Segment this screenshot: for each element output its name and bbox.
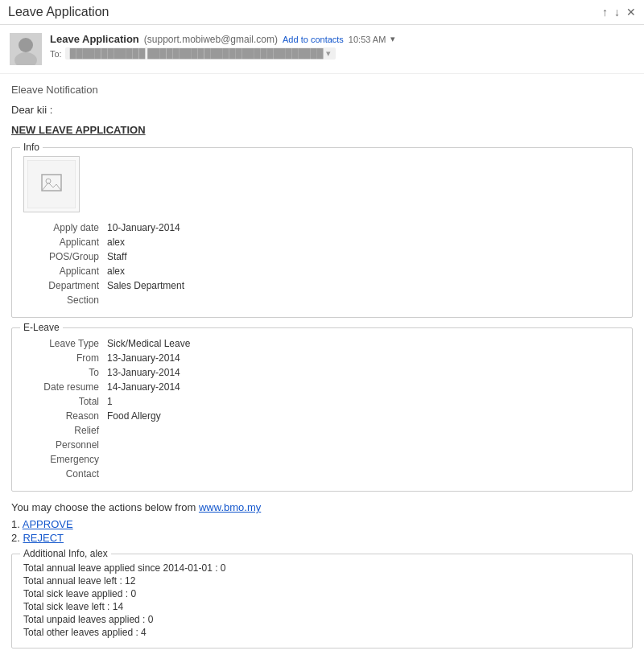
table-row: Section — [25, 294, 619, 307]
section-value — [107, 294, 619, 307]
leave-type-label: Leave Type — [25, 338, 105, 351]
approve-link[interactable]: APPROVE — [23, 518, 73, 530]
list-item: Total sick leave left : 14 — [23, 601, 621, 612]
total-label: Total — [25, 396, 105, 409]
applicant-label: Applicant — [25, 237, 105, 249]
table-row: Apply date 10-January-2014 — [25, 222, 619, 235]
table-row: Relief — [25, 425, 619, 438]
eleave-table: Leave Type Sick/Medical Leave From 13-Ja… — [23, 336, 621, 483]
to-label: To — [25, 367, 105, 380]
list-item: 2. REJECT — [11, 532, 633, 544]
table-row: To 13-January-2014 — [25, 367, 619, 380]
title-bar-actions: ↑ ↓ ✕ — [602, 6, 636, 19]
table-row: Department Sales Department — [25, 280, 619, 293]
additional-legend: Additional Info, alex — [20, 548, 111, 559]
personnel-label: Personnel — [25, 439, 105, 452]
list-item: Total annual leave left : 12 — [23, 575, 621, 587]
table-row: Applicant alex — [25, 237, 619, 249]
personnel-value — [107, 439, 619, 452]
applicant-photo — [23, 156, 80, 212]
from-line: Leave Application (support.mobiweb@gmail… — [50, 33, 634, 45]
date-resume-value: 14-January-2014 — [107, 381, 619, 394]
notification-line: Eleave Notification — [11, 84, 633, 96]
list-item: Total sick leave applied : 0 — [23, 588, 621, 599]
svg-point-1 — [19, 38, 33, 52]
leave-type-value: Sick/Medical Leave — [107, 338, 619, 351]
email-body: Eleave Notification Dear kii : NEW LEAVE… — [0, 74, 644, 658]
info-legend: Info — [20, 142, 43, 153]
to-label: To: — [50, 49, 62, 59]
table-row: Reason Food Allergy — [25, 410, 619, 423]
contact-value — [107, 468, 619, 481]
table-row: Contact — [25, 468, 619, 481]
table-row: Applicant alex — [25, 266, 619, 278]
department-label: Department — [25, 280, 105, 293]
to-line: To: ████████████ ███████████████████████… — [50, 47, 634, 60]
close-icon[interactable]: ✕ — [626, 6, 636, 19]
info-table: Apply date 10-January-2014 Applicant ale… — [23, 220, 621, 309]
date-resume-label: Date resume — [25, 381, 105, 394]
info-section: Info Apply date 10-January-2014 Applican… — [11, 147, 633, 318]
emergency-label: Emergency — [25, 454, 105, 467]
apply-date-value: 10-January-2014 — [107, 222, 619, 235]
pos-group-label: POS/Group — [25, 251, 105, 264]
email-header: Leave Application (support.mobiweb@gmail… — [0, 25, 644, 74]
list-item: Total unpaid leaves applied : 0 — [23, 614, 621, 625]
apply-date-label: Apply date — [25, 222, 105, 235]
relief-value — [107, 425, 619, 438]
list-item: Total other leaves applied : 4 — [23, 627, 621, 638]
from-value: 13-January-2014 — [107, 352, 619, 365]
section-label: Section — [25, 294, 105, 307]
reject-link[interactable]: REJECT — [23, 532, 64, 544]
applicant2-label: Applicant — [25, 266, 105, 278]
list-item: Total annual leave applied since 2014-01… — [23, 562, 621, 574]
pos-group-value: Staff — [107, 251, 619, 264]
bmo-link[interactable]: www.bmo.my — [199, 501, 261, 513]
table-row: Emergency — [25, 454, 619, 467]
actions-line: You may choose the actions below from ww… — [11, 501, 633, 513]
eleave-section: E-Leave Leave Type Sick/Medical Leave Fr… — [11, 327, 633, 492]
table-row: Personnel — [25, 439, 619, 452]
page-title: Leave Application — [8, 5, 109, 19]
down-icon[interactable]: ↓ — [614, 6, 620, 19]
reason-label: Reason — [25, 410, 105, 423]
to-addresses: ████████████ ███████████████████████████… — [65, 47, 336, 60]
expand-icon[interactable]: ▾ — [390, 34, 395, 44]
total-value: 1 — [107, 396, 619, 409]
email-meta: Leave Application (support.mobiweb@gmail… — [50, 33, 634, 60]
department-value: Sales Department — [107, 280, 619, 293]
sender-name: Leave Application — [50, 33, 139, 45]
new-leave-heading: NEW LEAVE APPLICATION — [11, 124, 633, 136]
dear-line: Dear kii : — [11, 104, 633, 116]
table-row: POS/Group Staff — [25, 251, 619, 264]
actions-text: You may choose the actions below from — [11, 501, 196, 513]
action-number-1: 1. — [11, 518, 23, 530]
up-icon[interactable]: ↑ — [602, 6, 608, 19]
action-list: 1. APPROVE 2. REJECT — [11, 518, 633, 544]
eleave-legend: E-Leave — [20, 322, 63, 333]
table-row: From 13-January-2014 — [25, 352, 619, 365]
to-value: 13-January-2014 — [107, 367, 619, 380]
applicant-value: alex — [107, 237, 619, 249]
list-item: 1. APPROVE — [11, 518, 633, 530]
additional-lines: Total annual leave applied since 2014-01… — [23, 562, 621, 638]
email-time: 10:53 AM — [349, 35, 386, 44]
applicant2-value: alex — [107, 266, 619, 278]
emergency-value — [107, 454, 619, 467]
additional-section: Additional Info, alex Total annual leave… — [11, 554, 633, 648]
contact-label: Contact — [25, 468, 105, 481]
table-row: Total 1 — [25, 396, 619, 409]
action-number-2: 2. — [11, 532, 23, 544]
avatar — [10, 33, 42, 65]
from-label: From — [25, 352, 105, 365]
add-to-contacts-link[interactable]: Add to contacts — [283, 35, 344, 44]
title-bar: Leave Application ↑ ↓ ✕ — [0, 0, 644, 25]
table-row: Date resume 14-January-2014 — [25, 381, 619, 394]
reason-value: Food Allergy — [107, 410, 619, 423]
relief-label: Relief — [25, 425, 105, 438]
table-row: Leave Type Sick/Medical Leave — [25, 338, 619, 351]
sender-email: (support.mobiweb@gmail.com) — [144, 34, 278, 45]
